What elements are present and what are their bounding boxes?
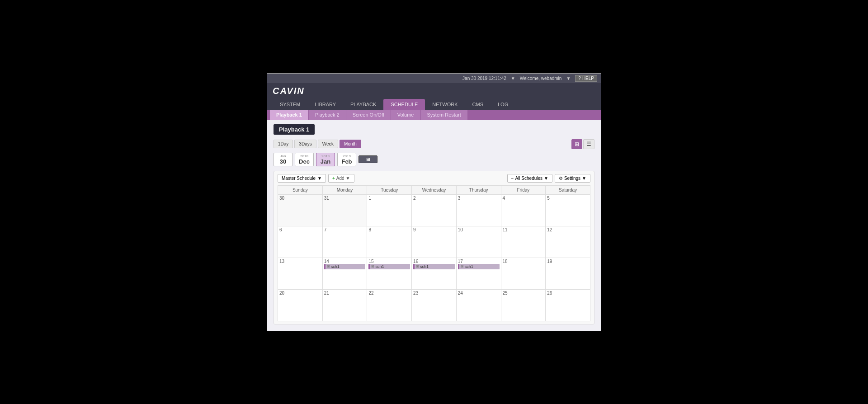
calendar-outer: Sunday Monday Tuesday Wednesday Thursday…	[278, 185, 590, 321]
calendar-grid: Sunday Monday Tuesday Wednesday Thursday…	[278, 185, 590, 321]
event-item[interactable]: sch1	[368, 264, 410, 269]
sub-nav: Playback 1 Playback 2 Screen On/Off Volu…	[267, 110, 601, 120]
calendar-row: 30 31 1 2 3 4 5	[278, 194, 590, 226]
nav-cms[interactable]: CMS	[465, 99, 491, 110]
calendar-row: 13 14 sch1 15 sch1 16	[278, 258, 590, 289]
master-schedule-button[interactable]: Master Schedule ▼	[278, 174, 326, 183]
nav-system[interactable]: SYSTEM	[273, 99, 307, 110]
user-dropdown-arrow[interactable]: ▼	[566, 76, 571, 81]
calendar-icon-box[interactable]: ⊞	[359, 155, 377, 163]
calendar-row: 6 7 8 9 10 11 12	[278, 226, 590, 258]
calendar-cell[interactable]: 9	[412, 226, 457, 258]
calendar-cell[interactable]: 26	[546, 289, 590, 321]
settings-dropdown-icon: ▼	[582, 176, 586, 181]
master-schedule-label: Master Schedule	[282, 176, 316, 181]
calendar-toolbar: Master Schedule ▼ + Add ▼ − All Schedule…	[278, 174, 590, 183]
calendar-cell[interactable]: 4	[501, 194, 546, 226]
view-3days[interactable]: 3Days	[294, 140, 316, 148]
gear-icon: ⚙	[559, 176, 563, 181]
calendar-cell[interactable]: 12	[546, 226, 590, 258]
calendar-cell[interactable]: 18	[501, 258, 546, 289]
event-item[interactable]: sch1	[413, 264, 455, 269]
calendar-cell[interactable]: 15 sch1	[367, 258, 412, 289]
event-item[interactable]: sch1	[324, 264, 366, 269]
calendar-cell[interactable]: 25	[501, 289, 546, 321]
left-controls: Master Schedule ▼ + Add ▼	[278, 174, 354, 183]
calendar-cell[interactable]: 3	[456, 194, 501, 226]
nav-playback[interactable]: PLAYBACK	[343, 99, 383, 110]
tab-playback1[interactable]: Playback 1	[270, 110, 309, 120]
nav-schedule[interactable]: SCHEDULE	[383, 99, 425, 110]
calendar-cell[interactable]: 14 sch1	[322, 258, 367, 289]
calendar-cell[interactable]: 20	[278, 289, 323, 321]
calendar-cell[interactable]: 21	[322, 289, 367, 321]
calendar-cell[interactable]: 24	[456, 289, 501, 321]
help-icon: ?	[578, 76, 581, 81]
tab-volume[interactable]: Volume	[391, 110, 421, 120]
calendar-cell[interactable]: 17 sch1	[456, 258, 501, 289]
date-jan30[interactable]: Jan 30	[274, 153, 292, 166]
master-schedule-dropdown-icon: ▼	[317, 176, 322, 181]
all-schedules-label: All Schedules	[515, 176, 542, 181]
calendar-cell[interactable]: 2	[412, 194, 457, 226]
nav-library[interactable]: LIBRARY	[307, 99, 343, 110]
all-schedules-button[interactable]: − All Schedules ▼	[507, 174, 552, 183]
calendar-cell[interactable]: 23	[412, 289, 457, 321]
col-wednesday: Wednesday	[412, 185, 457, 194]
col-friday: Friday	[501, 185, 546, 194]
grid-view-button[interactable]: ⊞	[571, 139, 582, 149]
event-item[interactable]: sch1	[458, 264, 500, 269]
calendar-cell[interactable]: 31	[322, 194, 367, 226]
list-view-button[interactable]: ☰	[583, 139, 594, 149]
add-label: Add	[336, 176, 344, 181]
settings-button[interactable]: ⚙ Settings ▼	[555, 174, 590, 183]
datetime: Jan 30 2019 12:11:42	[462, 76, 506, 81]
view-1day[interactable]: 1Day	[274, 140, 293, 148]
tab-screen-onoff[interactable]: Screen On/Off	[346, 110, 391, 120]
add-button[interactable]: + Add ▼	[328, 174, 354, 183]
help-button[interactable]: ? HELP	[575, 75, 597, 82]
tab-system-restart[interactable]: System Restart	[421, 110, 468, 120]
calendar-cell[interactable]: 5	[546, 194, 590, 226]
calendar-cell[interactable]: 8	[367, 226, 412, 258]
date-feb2019[interactable]: 2019 Feb	[337, 153, 356, 166]
calendar-cell[interactable]: 16 sch1	[412, 258, 457, 289]
dropdown-arrow[interactable]: ▼	[511, 76, 515, 81]
col-thursday: Thursday	[456, 185, 501, 194]
date-nav: Jan 30 2018 Dec 2019 Jan 2019 Feb ⊞	[274, 153, 594, 166]
calendar-cell[interactable]: 7	[322, 226, 367, 258]
col-saturday: Saturday	[546, 185, 590, 194]
view-controls: 1Day 3Days Week Month ⊞ ☰	[274, 139, 594, 149]
nav-log[interactable]: LOG	[491, 99, 515, 110]
logo: CAVIN	[273, 86, 595, 96]
view-month[interactable]: Month	[340, 140, 361, 148]
view-week[interactable]: Week	[318, 140, 338, 148]
calendar-row: 20 21 22 23 24 25 26	[278, 289, 590, 321]
col-sunday: Sunday	[278, 185, 323, 194]
header: CAVIN SYSTEM LIBRARY PLAYBACK SCHEDULE N…	[267, 83, 601, 110]
calendar-cell[interactable]: 22	[367, 289, 412, 321]
calendar-cell[interactable]: 10	[456, 226, 501, 258]
calendar-cell[interactable]: 13	[278, 258, 323, 289]
col-monday: Monday	[322, 185, 367, 194]
calendar-section: Master Schedule ▼ + Add ▼ − All Schedule…	[274, 171, 594, 324]
col-tuesday: Tuesday	[367, 185, 412, 194]
date-dec2018[interactable]: 2018 Dec	[295, 153, 314, 166]
calendar-cell[interactable]: 30	[278, 194, 323, 226]
calendar-cell[interactable]: 19	[546, 258, 590, 289]
minus-icon: −	[511, 176, 514, 181]
calendar-cell[interactable]: 1	[367, 194, 412, 226]
view-buttons: 1Day 3Days Week Month	[274, 140, 361, 148]
calendar-cell[interactable]: 11	[501, 226, 546, 258]
calendar-cell[interactable]: 6	[278, 226, 323, 258]
date-jan2019[interactable]: 2019 Jan	[316, 153, 335, 166]
plus-icon: +	[332, 176, 335, 181]
welcome-text: Welcome, webadmin	[520, 76, 562, 81]
settings-label: Settings	[564, 176, 580, 181]
tab-playback2[interactable]: Playback 2	[309, 110, 346, 120]
main-nav: SYSTEM LIBRARY PLAYBACK SCHEDULE NETWORK…	[273, 99, 595, 110]
add-dropdown-icon: ▼	[346, 176, 350, 181]
right-controls: − All Schedules ▼ ⚙ Settings ▼	[507, 174, 590, 183]
content-area: Playback 1 1Day 3Days Week Month ⊞ ☰ Jan	[267, 120, 601, 331]
nav-network[interactable]: NETWORK	[425, 99, 465, 110]
